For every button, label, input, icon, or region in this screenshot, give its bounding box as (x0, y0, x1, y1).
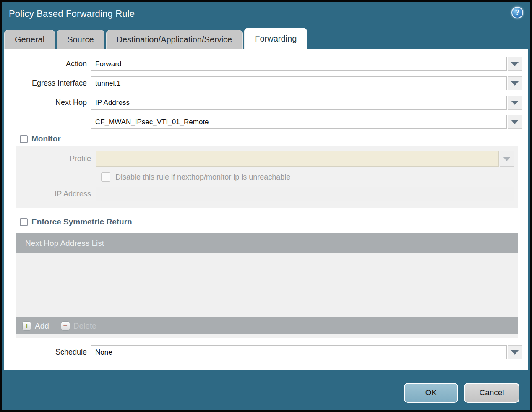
profile-input[interactable] (96, 151, 499, 167)
chevron-down-icon (503, 157, 511, 161)
add-button-label: Add (35, 321, 49, 331)
disable-rule-checkbox[interactable] (101, 172, 110, 182)
dialog-footer: OK Cancel (2, 370, 530, 410)
tab-source[interactable]: Source (57, 30, 104, 49)
next-hop-row: Next Hop (4, 96, 522, 110)
monitor-fieldset: Monitor Profile Disable this rule if nex… (13, 134, 522, 211)
monitor-legend: Monitor (18, 134, 64, 143)
monitor-ip-address-input[interactable] (96, 187, 514, 201)
monitor-legend-label: Monitor (31, 134, 61, 143)
enforce-symmetric-return-fieldset: Enforce Symmetric Return Next Hop Addres… (13, 217, 522, 339)
table-toolbar: + Add − Delete (16, 317, 518, 334)
egress-interface-label: Egress Interface (4, 79, 91, 88)
next-hop-address-row (4, 115, 522, 129)
egress-interface-input[interactable] (91, 76, 507, 90)
tab-destination-application-service[interactable]: Destination/Application/Service (106, 30, 243, 49)
next-hop-address-list-table: Next Hop Address List + Add − Delete (16, 233, 518, 338)
chevron-down-icon (511, 101, 519, 105)
disable-rule-label: Disable this rule if nexthop/monitor ip … (115, 173, 290, 182)
tab-forwarding[interactable]: Forwarding (244, 28, 307, 49)
action-label: Action (4, 60, 91, 68)
next-hop-address-input[interactable] (91, 115, 507, 129)
enforce-symmetric-return-checkbox[interactable] (20, 218, 28, 226)
enforce-symmetric-return-label: Enforce Symmetric Return (31, 217, 132, 227)
minus-icon: − (61, 321, 70, 331)
next-hop-type-input[interactable] (91, 96, 507, 110)
next-hop-label: Next Hop (4, 98, 91, 107)
add-button[interactable]: + Add (22, 321, 49, 331)
monitor-ip-address-label: IP Address (16, 190, 96, 198)
help-icon[interactable]: ? (511, 7, 523, 18)
monitor-ip-address-row: IP Address (16, 187, 514, 201)
tab-general[interactable]: General (4, 30, 55, 49)
tab-bar: General Source Destination/Application/S… (2, 29, 530, 49)
cancel-button[interactable]: Cancel (464, 383, 519, 403)
plus-icon: + (22, 321, 31, 331)
chevron-down-icon (511, 120, 519, 124)
forwarding-tab-panel: Action Egress Interface Next Hop (4, 49, 528, 370)
profile-dropdown-button[interactable] (500, 151, 514, 167)
policy-based-forwarding-dialog: Policy Based Forwarding Rule ? General S… (0, 0, 532, 412)
profile-label: Profile (16, 154, 96, 163)
action-input[interactable] (91, 57, 507, 71)
table-header-next-hop-address-list[interactable]: Next Hop Address List (16, 233, 518, 253)
dialog-titlebar: Policy Based Forwarding Rule ? (2, 2, 530, 29)
monitor-panel: Profile Disable this rule if nexthop/mon… (16, 146, 518, 208)
schedule-dropdown-button[interactable] (508, 345, 522, 359)
egress-interface-dropdown-button[interactable] (508, 76, 522, 90)
enforce-symmetric-return-legend: Enforce Symmetric Return (18, 217, 135, 227)
chevron-down-icon (511, 81, 519, 86)
chevron-down-icon (511, 62, 519, 66)
delete-button[interactable]: − Delete (61, 321, 96, 331)
action-row: Action (4, 57, 522, 71)
chevron-down-icon (511, 350, 519, 355)
schedule-input[interactable] (91, 345, 507, 359)
table-bottom-strip (16, 334, 518, 338)
action-dropdown-button[interactable] (508, 57, 522, 71)
schedule-row: Schedule (4, 345, 522, 359)
delete-button-label: Delete (73, 321, 96, 331)
disable-rule-row: Disable this rule if nexthop/monitor ip … (101, 172, 514, 182)
schedule-label: Schedule (4, 348, 91, 357)
ok-button[interactable]: OK (404, 383, 458, 403)
dialog-title: Policy Based Forwarding Rule (9, 8, 135, 19)
next-hop-address-dropdown-button[interactable] (508, 115, 522, 129)
egress-interface-row: Egress Interface (4, 76, 522, 90)
profile-row: Profile (16, 151, 514, 167)
next-hop-type-dropdown-button[interactable] (508, 96, 522, 110)
table-body-empty[interactable] (16, 253, 518, 317)
monitor-checkbox[interactable] (20, 135, 28, 143)
